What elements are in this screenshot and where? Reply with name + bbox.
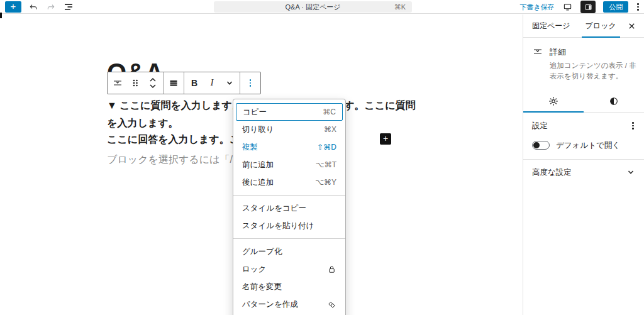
chevron-down-icon: [225, 79, 234, 87]
kebab-icon: [248, 78, 253, 88]
justify-button[interactable]: [165, 73, 182, 93]
redo-icon: [46, 2, 56, 12]
editor-top-bar: + Q&A · 固定ページ ⌘K 下書き保存: [0, 0, 644, 14]
advanced-settings-accordion[interactable]: 高度な設定: [523, 159, 644, 185]
block-toolbar: B I: [107, 72, 261, 94]
open-by-default-toggle[interactable]: [532, 141, 550, 150]
options-menu-button[interactable]: [636, 2, 640, 12]
tab-block-settings[interactable]: [523, 91, 584, 112]
editor-canvas: Q&A ▼ ここに質問を入力します。ここに質問を入力します。ここに質問を入力しま…: [0, 14, 523, 315]
menu-item-paste-styles[interactable]: スタイルを貼り付け: [233, 217, 345, 235]
menu-item-duplicate[interactable]: 複製 ⇧⌘D: [233, 138, 345, 156]
command-doc-title: Q&A · 固定ページ: [286, 3, 341, 12]
settings-sidebar: 固定ページ ブロック 詳細 追加コンテンツの表示 / 非表示を切り替えます。: [523, 14, 644, 315]
shortcut-label: ⌥⌘Y: [315, 178, 336, 187]
shortcut-label: ⌘X: [324, 125, 336, 134]
move-up-down-icon: [148, 77, 157, 89]
preview-button[interactable]: [562, 1, 573, 13]
details-block-icon: [112, 77, 123, 89]
undo-icon: [28, 2, 38, 12]
menu-item-group[interactable]: グループ化: [233, 243, 345, 260]
publish-button[interactable]: 公開: [603, 1, 628, 13]
command-shortcut-hint: ⌘K: [394, 3, 406, 11]
gear-icon: [548, 96, 558, 106]
lock-icon: [327, 265, 336, 274]
shortcut-label: ⌥⌘T: [316, 160, 336, 169]
format-more-button[interactable]: [221, 73, 238, 93]
save-draft-button[interactable]: 下書き保存: [519, 3, 554, 12]
settings-panel-title: 設定: [532, 121, 548, 131]
menu-item-cut[interactable]: 切り取り ⌘X: [233, 121, 345, 138]
tab-block-styles[interactable]: [584, 91, 644, 112]
block-type-button[interactable]: [109, 73, 126, 93]
justify-icon: [169, 78, 179, 88]
panel-right-icon: [584, 3, 593, 12]
list-view-button[interactable]: [63, 1, 74, 13]
menu-divider: [233, 195, 345, 196]
symbol-icon: [327, 300, 336, 309]
menu-item-rename[interactable]: 名前を変更: [233, 278, 345, 296]
details-block-icon: [532, 46, 543, 57]
toggle-knob: [533, 142, 540, 148]
redo-button[interactable]: [45, 1, 57, 13]
shortcut-label: ⇧⌘D: [317, 143, 336, 152]
italic-button[interactable]: I: [203, 73, 221, 93]
desktop-preview-icon: [562, 2, 573, 13]
tab-page[interactable]: 固定ページ: [526, 14, 577, 37]
menu-item-lock[interactable]: ロック: [233, 260, 345, 278]
chevron-down-icon: [626, 168, 635, 177]
block-options-button[interactable]: [242, 73, 259, 93]
drag-handle-icon: [131, 78, 140, 88]
close-sidebar-button[interactable]: [624, 14, 639, 38]
block-card-title: 詳細: [550, 46, 566, 58]
toggle-label: デフォルトで開く: [556, 140, 620, 151]
tab-block[interactable]: ブロック: [579, 14, 623, 37]
shortcut-label: ⌘C: [323, 108, 336, 116]
undo-button[interactable]: [28, 1, 39, 13]
left-edge-mark: [0, 13, 2, 18]
menu-item-add-before[interactable]: 前に追加 ⌥⌘T: [233, 156, 345, 174]
settings-options-button[interactable]: [631, 121, 635, 131]
list-view-icon: [64, 2, 74, 12]
menu-item-create-pattern[interactable]: パターンを作成: [233, 296, 345, 313]
block-card: 詳細 追加コンテンツの表示 / 非表示を切り替えます。: [523, 38, 644, 89]
menu-divider: [233, 238, 345, 239]
bold-button[interactable]: B: [186, 73, 203, 93]
styles-halfmoon-icon: [609, 96, 619, 106]
block-appender-button[interactable]: +: [380, 133, 391, 145]
drag-handle[interactable]: [126, 73, 144, 93]
menu-item-copy-styles[interactable]: スタイルをコピー: [233, 199, 345, 217]
block-mover[interactable]: [144, 73, 162, 93]
command-center-bar[interactable]: Q&A · 固定ページ ⌘K: [214, 1, 412, 13]
block-options-menu: コピー ⌘C 切り取り ⌘X 複製 ⇧⌘D 前に追加 ⌥⌘T 後に追加 ⌥⌘Y …: [233, 99, 346, 315]
block-inserter-button[interactable]: +: [5, 1, 21, 13]
close-icon: [628, 22, 636, 30]
settings-panel: 設定 デフォルトで開く: [523, 113, 644, 159]
menu-item-copy[interactable]: コピー ⌘C: [236, 103, 343, 121]
settings-sidebar-toggle[interactable]: [580, 1, 596, 13]
block-card-description: 追加コンテンツの表示 / 非表示を切り替えます。: [550, 60, 638, 82]
menu-item-add-after[interactable]: 後に追加 ⌥⌘Y: [233, 174, 345, 191]
